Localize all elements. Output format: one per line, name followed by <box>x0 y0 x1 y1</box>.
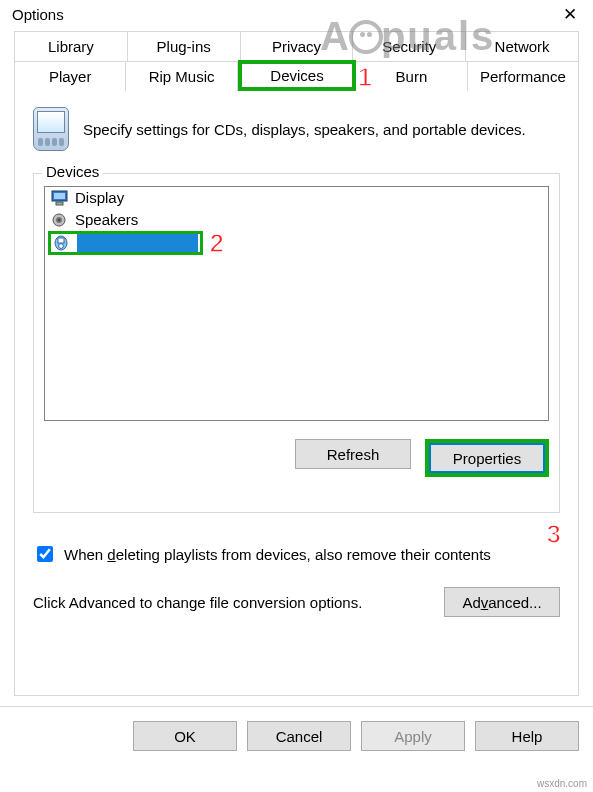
tab-performance[interactable]: Performance <box>468 61 579 91</box>
svg-rect-2 <box>56 202 63 205</box>
device-item-speakers[interactable]: Speakers <box>45 209 548 231</box>
monitor-icon <box>51 190 69 206</box>
dialog-button-bar: OK Cancel Apply Help <box>0 706 593 751</box>
intro-row: Specify settings for CDs, displays, spea… <box>15 91 578 161</box>
tab-plugins[interactable]: Plug-ins <box>128 31 241 61</box>
advanced-text: Click Advanced to change file conversion… <box>33 594 362 611</box>
device-label: Display <box>75 188 124 208</box>
tab-devices[interactable]: Devices 1 <box>238 60 356 91</box>
advanced-row: Click Advanced to change file conversion… <box>33 587 560 617</box>
speaker-icon <box>51 212 69 228</box>
tab-ripmusic[interactable]: Rip Music <box>126 61 237 91</box>
svg-rect-1 <box>54 193 65 199</box>
svg-rect-7 <box>58 238 64 243</box>
annotation-2: 2 <box>210 228 224 259</box>
tab-devices-label: Devices <box>270 67 323 84</box>
device-buttons-row: Refresh Properties <box>44 439 549 477</box>
device-selected-label <box>77 234 198 252</box>
apply-button: Apply <box>361 721 465 751</box>
svg-point-5 <box>58 219 60 221</box>
tab-burn[interactable]: Burn <box>356 61 467 91</box>
player-icon <box>53 235 71 251</box>
window-title: Options <box>12 6 64 23</box>
tab-library[interactable]: Library <box>14 31 128 61</box>
pda-icon <box>33 107 69 151</box>
devices-listbox[interactable]: Display Speakers 2 <box>44 186 549 421</box>
delete-playlists-row: When deleting playlists from devices, al… <box>33 543 560 565</box>
svg-point-8 <box>59 244 64 249</box>
delete-playlists-checkbox[interactable] <box>37 546 53 562</box>
properties-highlight: Properties <box>425 439 549 477</box>
help-button[interactable]: Help <box>475 721 579 751</box>
close-icon[interactable]: ✕ <box>557 6 583 23</box>
groupbox-label: Devices <box>42 163 103 180</box>
tab-privacy[interactable]: Privacy <box>241 31 354 61</box>
devices-groupbox: Devices Display Speakers <box>33 173 560 513</box>
device-item-display[interactable]: Display <box>45 187 548 209</box>
advanced-button[interactable]: Advanced... <box>444 587 560 617</box>
titlebar: Options ✕ <box>0 0 593 27</box>
intro-text: Specify settings for CDs, displays, spea… <box>83 121 526 138</box>
properties-button[interactable]: Properties <box>429 443 545 473</box>
refresh-button[interactable]: Refresh <box>295 439 411 469</box>
delete-playlists-label[interactable]: When deleting playlists from devices, al… <box>64 546 491 563</box>
ok-button[interactable]: OK <box>133 721 237 751</box>
tab-panel-devices: Specify settings for CDs, displays, spea… <box>14 90 579 696</box>
tab-player[interactable]: Player <box>14 61 126 91</box>
device-item-selected[interactable]: 2 <box>48 231 203 255</box>
tab-strip: Library Plug-ins Privacy Security Networ… <box>14 31 579 91</box>
source-note: wsxdn.com <box>537 778 587 789</box>
tab-network[interactable]: Network <box>466 31 579 61</box>
cancel-button[interactable]: Cancel <box>247 721 351 751</box>
device-label: Speakers <box>75 210 138 230</box>
tab-security[interactable]: Security <box>353 31 466 61</box>
